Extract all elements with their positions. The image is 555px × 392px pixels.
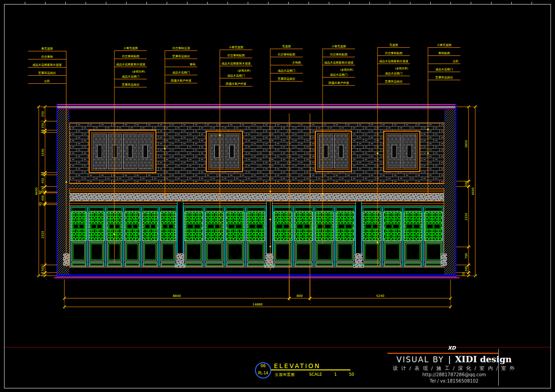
lattice-door-panel [403,207,423,266]
callout-block: 小青瓦屋面仿古青砖贴面成品木花格窗刷木器漆(参照大样)成品木花格门防腐木刷户外漆 [323,45,355,86]
callout-text: 仿古青砖贴面 [278,53,296,56]
sheet-number: PL-14 [255,371,272,375]
leader-marker [270,191,271,192]
cad-rect [207,264,222,265]
cad-rect [365,224,372,228]
callout-text: 瓦屋面 [282,45,291,48]
callout-subtext: (参照大样) [395,67,408,70]
cad-rect [215,224,221,228]
lattice-door-panel [362,207,382,266]
cad-rect [427,244,441,260]
title-block: 06 PL-14 ELEVATION 立面布置图 SCALE 1 50 [252,359,360,381]
cad-rect [79,224,84,228]
leader-marker [66,182,67,183]
dim-label: 2850 [464,140,468,148]
cad-rect [256,224,263,228]
leader-marker [377,153,378,154]
pipe-divider: | [448,355,451,364]
cad-rect [145,224,150,228]
cad-rect [194,224,200,228]
cad-rect [97,224,102,228]
cad-rect [73,224,78,228]
roof-band [57,106,456,108]
cad-rect [162,264,174,265]
lattice-door-panel [124,207,141,266]
cad-rect [228,244,242,260]
cad-rect [249,224,255,228]
cad-rect [297,224,303,228]
callout-text: 防腐木刷户外漆 [328,81,349,85]
cad-rect [296,264,311,265]
base-gray-line [57,277,456,277]
leader-marker [270,246,271,247]
lattice-door-panel [70,207,87,266]
window-panel-center [113,145,117,158]
dim-label: 80 [41,129,45,133]
dim-label: 50 [462,272,465,276]
cad-rect [427,224,433,228]
dim-label: 50 [41,272,45,276]
cad-rect [236,224,242,228]
cad-rect [283,224,290,228]
dim-label: 550 [41,111,45,117]
cad-rect [163,224,168,228]
callout-text: 芝麻灰花岗岩 [278,77,296,81]
cad-rect [317,264,332,265]
lattice-door-panel [184,207,204,266]
callout-text: 青砖贴面 [438,51,450,55]
dim-label: 300 [464,266,468,271]
cad-rect [248,264,264,265]
window-panel-center [230,145,234,158]
drawing-sheet: 青瓦屋面仿古青砖成品木花格窗刷木器漆芝麻灰花岗岩台阶小青瓦屋面仿古青砖贴面成品木… [0,0,555,392]
window-panel-center [407,145,412,158]
window-panel-center [339,145,343,158]
cad-rect [187,224,193,228]
lattice-door-panel [335,207,355,266]
cad-rect [318,224,324,228]
scale-label: SCALE [309,372,322,377]
cad-rect [386,224,392,228]
callout-text: 小青瓦屋面 [229,46,244,49]
callout-text: 成品木花格门 [227,74,245,77]
window-panel-center [214,145,219,158]
cad-rect [73,264,85,265]
callout-block: 小青瓦屋面青砖贴面台阶成品木花格门芝麻灰花岗岩 [428,43,460,80]
callout-text: 成品木花格窗刷木器漆 [32,63,62,67]
cad-rect [144,264,157,265]
dim-bottom-chain: 88408005240 [63,279,452,301]
wall-stone-base [441,253,447,266]
callout-subtext: (参照大样) [237,69,250,72]
cad-rect [73,244,85,260]
leader-marker [270,219,271,220]
callout-text: 仿古青砖贴面 [122,55,140,58]
callout-text: 成品木花格门 [278,69,296,73]
callout-text: 防腐木刷户外漆 [226,82,246,86]
cad-rect [109,224,114,228]
callout-text: 青瓦屋面 [41,47,54,50]
callout-text: 小青瓦屋面 [437,43,452,47]
callout-text: 仿古青砖贴面 [385,51,403,55]
callout-text: 成品木花格窗刷木器漆 [324,61,354,64]
callout-text: 成品木花格门 [330,73,348,77]
cad-rect [276,244,290,260]
callout-text: 青砖 [190,63,196,66]
dim-label: 80 [41,172,45,175]
studio-name: VISUAL BY | XIDI design [387,354,522,364]
leader-marker [219,135,221,136]
window-panel-center [323,145,328,158]
cad-rect [91,244,103,260]
dim-bottom-total: 14880 [63,279,452,309]
logo-block: XD VISUAL BY | XIDI design 设 计 / 表 现 / 施… [387,342,522,387]
callout-block: 瓦屋面仿古青砖贴面木饰面成品木花格门芝麻灰花岗岩 [270,45,303,82]
pillar-stone-base [265,253,273,265]
callout-block: 青瓦屋面仿古青砖成品木花格窗刷木器漆芝麻灰花岗岩台阶 [28,47,66,84]
cad-rect [115,224,120,228]
scale-row: SCALE 1 50 [309,372,354,377]
callout-block: 小青瓦屋面仿古青砖贴面成品木花格窗刷木器漆(参照大样)成品木花格门芝麻灰花岗岩 [114,46,147,87]
callout-text: 成品木花格窗刷木器漆 [222,62,251,65]
cad-rect [227,264,243,265]
wall-edge-right [455,104,456,278]
cad-rect [91,224,96,228]
callout-text: 防腐木刷户外漆 [171,79,191,82]
callout-block: 瓦屋面仿古青砖贴面成品木花格窗刷木器漆(参照大样)成品木花格门芝麻灰花岗岩 [378,43,410,84]
